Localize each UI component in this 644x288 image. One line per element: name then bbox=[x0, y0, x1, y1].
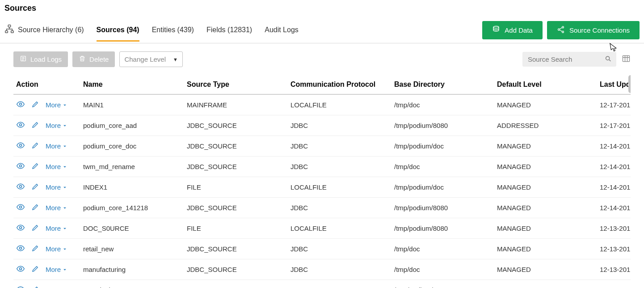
col-action[interactable]: Action bbox=[13, 75, 80, 94]
vertical-scrollbar-thumb[interactable] bbox=[628, 75, 631, 93]
more-label: More bbox=[46, 266, 61, 273]
load-logs-button[interactable]: Load Logs bbox=[13, 51, 68, 67]
view-icon[interactable] bbox=[16, 182, 25, 192]
table-row: Morepodium_core_docJDBC_SOURCEJDBC/tmp/p… bbox=[13, 136, 631, 157]
more-menu[interactable]: More bbox=[46, 245, 67, 253]
cell-level: MANAGED bbox=[494, 280, 597, 288]
cell-name: INDEX1 bbox=[80, 177, 184, 198]
col-proto[interactable]: Communication Protocol bbox=[288, 75, 391, 94]
cell-type: FILE bbox=[184, 177, 288, 198]
caret-down-icon bbox=[63, 122, 67, 129]
more-menu[interactable]: More bbox=[46, 101, 67, 109]
tab-label: Sources (94) bbox=[97, 26, 139, 34]
tab-sources[interactable]: Sources (94) bbox=[97, 20, 139, 41]
tab-audit-logs[interactable]: Audit Logs bbox=[265, 20, 299, 41]
cell-proto: JDBC bbox=[288, 198, 391, 218]
cell-level: MANAGED bbox=[494, 157, 597, 177]
more-menu[interactable]: More bbox=[46, 122, 67, 129]
caret-down-icon bbox=[63, 245, 67, 253]
tab-fields[interactable]: Fields (12831) bbox=[206, 20, 252, 41]
edit-icon[interactable] bbox=[31, 203, 39, 212]
add-data-button[interactable]: Add Data bbox=[482, 21, 543, 39]
cell-type: JDBC_SOURCE bbox=[184, 136, 288, 157]
svg-point-14 bbox=[20, 186, 22, 188]
tab-entities[interactable]: Entities (439) bbox=[152, 20, 194, 41]
more-label: More bbox=[46, 163, 61, 170]
edit-icon[interactable] bbox=[31, 100, 39, 110]
cell-proto: LOCALFILE bbox=[288, 218, 391, 239]
caret-down-icon bbox=[63, 204, 67, 212]
edit-icon[interactable] bbox=[31, 162, 39, 171]
change-level-select[interactable]: Change Level ▼ bbox=[119, 51, 182, 67]
cell-dir: /tmp/podium/8080 bbox=[391, 280, 494, 288]
more-label: More bbox=[46, 245, 61, 253]
edit-icon[interactable] bbox=[31, 141, 39, 151]
svg-point-11 bbox=[20, 124, 22, 126]
tab-label: Entities (439) bbox=[152, 26, 194, 34]
more-menu[interactable]: More bbox=[46, 142, 67, 150]
svg-rect-1 bbox=[5, 30, 8, 33]
col-updated[interactable]: Last Updat bbox=[597, 75, 631, 94]
view-icon[interactable] bbox=[16, 203, 25, 213]
more-menu[interactable]: More bbox=[46, 183, 67, 191]
col-level[interactable]: Default Level bbox=[494, 75, 597, 94]
view-icon[interactable] bbox=[16, 223, 25, 233]
cell-updated: 12-14-201 bbox=[597, 198, 631, 218]
svg-point-13 bbox=[20, 165, 22, 167]
edit-icon[interactable] bbox=[31, 121, 39, 130]
cell-level: MANAGED bbox=[494, 259, 597, 280]
columns-icon[interactable] bbox=[622, 54, 631, 64]
view-icon[interactable] bbox=[16, 141, 25, 151]
cell-name: MAIN1 bbox=[80, 94, 184, 115]
svg-point-15 bbox=[20, 206, 22, 208]
search-icon[interactable] bbox=[605, 55, 612, 64]
edit-icon[interactable] bbox=[31, 182, 39, 192]
cell-dir: /tmp/doc bbox=[391, 94, 494, 115]
view-icon[interactable] bbox=[16, 244, 25, 254]
table-row: Moretwm_md_renameJDBC_SOURCEJDBC/tmp/doc… bbox=[13, 157, 631, 177]
cell-type: JDBC_SOURCE bbox=[184, 239, 288, 259]
cell-name: DOC_S0URCE bbox=[80, 218, 184, 239]
more-menu[interactable]: More bbox=[46, 204, 67, 212]
cell-proto: LOCALFILE bbox=[288, 94, 391, 115]
cell-level: MANAGED bbox=[494, 136, 597, 157]
source-connections-button[interactable]: Source Connections bbox=[547, 21, 640, 39]
table-row: MoremanufacturingJDBC_SOURCEJDBC/tmp/doc… bbox=[13, 259, 631, 280]
more-menu[interactable]: More bbox=[46, 266, 67, 273]
more-menu[interactable]: More bbox=[46, 224, 67, 232]
edit-icon[interactable] bbox=[31, 265, 39, 274]
view-icon[interactable] bbox=[16, 120, 25, 131]
caret-down-icon bbox=[63, 266, 67, 273]
edit-icon[interactable] bbox=[31, 244, 39, 254]
svg-point-12 bbox=[20, 144, 22, 147]
view-icon[interactable] bbox=[16, 100, 25, 110]
tab-source-hierarchy[interactable]: Source Hierarchy (6) bbox=[4, 18, 84, 43]
cell-type: JDBC_SOURCE bbox=[184, 157, 288, 177]
col-name[interactable]: Name bbox=[80, 75, 184, 94]
caret-down-icon bbox=[63, 142, 67, 150]
cell-dir: /tmp/doc bbox=[391, 259, 494, 280]
svg-rect-2 bbox=[11, 30, 13, 33]
cell-level: MANAGED bbox=[494, 177, 597, 198]
cell-type: JDBC_SOURCE bbox=[184, 259, 288, 280]
cell-proto: JDBC bbox=[288, 157, 391, 177]
view-icon[interactable] bbox=[16, 161, 25, 172]
vertical-scrollbar[interactable] bbox=[628, 75, 631, 258]
more-label: More bbox=[46, 101, 61, 109]
view-icon[interactable] bbox=[16, 285, 25, 288]
edit-icon[interactable] bbox=[31, 224, 39, 233]
more-label: More bbox=[46, 224, 61, 232]
more-menu[interactable]: More bbox=[46, 286, 67, 288]
col-type[interactable]: Source Type bbox=[184, 75, 288, 94]
delete-button[interactable]: Delete bbox=[72, 51, 115, 67]
more-label: More bbox=[46, 286, 61, 288]
view-icon[interactable] bbox=[16, 264, 25, 275]
col-dir[interactable]: Base Directory bbox=[391, 75, 494, 94]
cell-type: MAINFRAME bbox=[184, 94, 288, 115]
source-search-input[interactable] bbox=[522, 52, 616, 67]
more-menu[interactable]: More bbox=[46, 163, 67, 170]
cell-updated: 12-13-201 bbox=[597, 218, 631, 239]
edit-icon[interactable] bbox=[31, 285, 39, 288]
cell-proto: JDBC bbox=[288, 115, 391, 136]
caret-down-icon bbox=[63, 101, 67, 109]
